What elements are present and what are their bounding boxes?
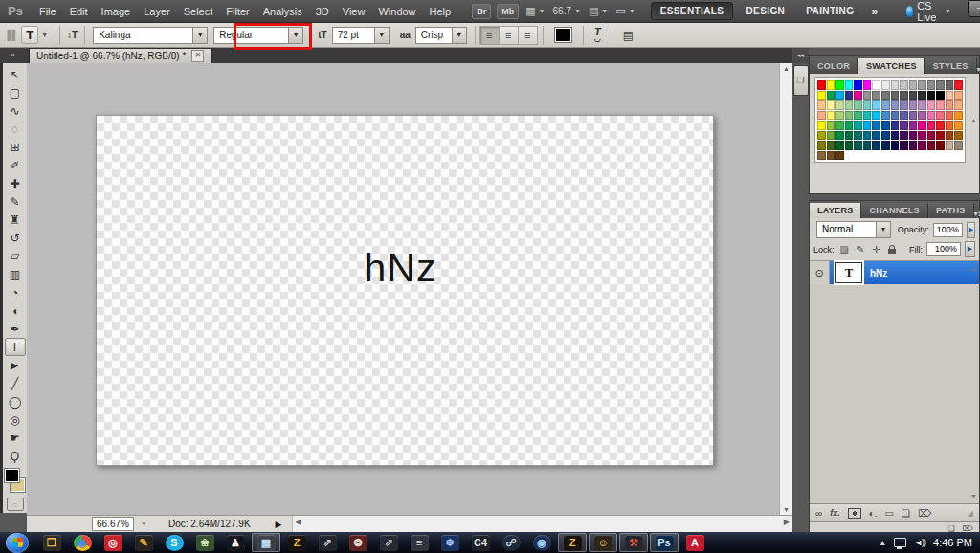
taskbar-art-game[interactable]: ❂ [344, 533, 372, 552]
swatch-38[interactable] [872, 100, 880, 110]
swatch-20[interactable] [854, 91, 862, 100]
swatch-98[interactable] [835, 141, 844, 150]
swatch-33[interactable] [827, 100, 835, 110]
swatch-106[interactable] [909, 141, 918, 150]
view-extras-dropdown[interactable]: ▤ ▼ [589, 5, 608, 17]
swatch-67[interactable] [845, 121, 854, 130]
swatch-70[interactable] [872, 121, 880, 130]
panel-menu-icon[interactable]: ▾≣ [974, 206, 980, 218]
quick-selection-tool[interactable]: ◌ [5, 120, 26, 138]
menu-analysis[interactable]: Analysis [256, 0, 309, 22]
toggle-character-panel-button[interactable]: ▤ [623, 29, 634, 42]
swatch-87[interactable] [881, 131, 890, 141]
taskbar-steam[interactable]: ☍ [497, 533, 525, 552]
3d-object-rotate-tool[interactable]: ◯ [5, 392, 26, 410]
swatch-41[interactable] [900, 100, 908, 110]
menu-view[interactable]: View [336, 0, 372, 22]
swatch-83[interactable] [845, 131, 854, 141]
swatch-7[interactable] [881, 80, 890, 90]
foreground-color-chip[interactable] [5, 469, 19, 482]
swatch-32[interactable] [817, 100, 826, 110]
swatch-101[interactable] [863, 141, 872, 150]
swatch-97[interactable] [827, 141, 835, 150]
blur-tool[interactable]: ◔ [5, 283, 26, 301]
tool-preset-icon[interactable]: T [21, 26, 38, 44]
swatch-35[interactable] [845, 100, 854, 110]
swatch-102[interactable] [872, 141, 880, 150]
swatch-80[interactable] [817, 131, 826, 141]
document-tab[interactable]: Untitled-1 @ 66.7% (hNz, RGB/8) * ✕ [29, 48, 212, 63]
screen-mode-dropdown[interactable]: ▭ ▼ [615, 5, 635, 17]
swatch-55[interactable] [881, 111, 890, 121]
eyedropper-tool[interactable]: ✐ [5, 156, 26, 174]
swatch-34[interactable] [835, 100, 844, 110]
eraser-tool[interactable]: ▱ [5, 247, 26, 265]
scroll-up-icon[interactable]: ▲ [780, 65, 792, 72]
taskbar-blue-puzzle-app[interactable]: ❄ [435, 533, 464, 552]
menu-filter[interactable]: Filter [219, 0, 256, 22]
taskbar-explorer[interactable]: ❒ [37, 533, 66, 552]
taskbar-racing-game[interactable]: ⇗ [313, 533, 342, 552]
network-icon[interactable] [894, 538, 906, 547]
swatch-19[interactable] [845, 91, 854, 100]
canvas-type-layer-text[interactable]: hNz [365, 245, 437, 290]
cs-live-button[interactable]: CS Live ▼ [906, 0, 951, 23]
new-layer-icon[interactable]: ❏ [902, 508, 910, 519]
horizontal-scrollbar[interactable]: ◀ ▶ [292, 516, 793, 532]
swatch-85[interactable] [863, 131, 872, 141]
taskbar-nfs-app[interactable]: ≡ [405, 533, 434, 552]
swatch-21[interactable] [863, 91, 872, 100]
swatch-54[interactable] [872, 111, 880, 121]
swatch-25[interactable] [900, 91, 908, 100]
swatch-64[interactable] [817, 121, 826, 130]
panel-menu-icon[interactable]: ▾≣ [977, 61, 980, 74]
zoom-level-dropdown[interactable]: 66.7 ▼ [553, 6, 581, 16]
swatch-93[interactable] [936, 131, 945, 141]
scroll-right-icon[interactable]: ▶ [784, 518, 790, 526]
swatch-28[interactable] [927, 91, 936, 100]
swatch-30[interactable] [946, 91, 954, 100]
swatch-84[interactable] [854, 131, 862, 141]
collapsed-panel-icon[interactable]: ❐ [793, 65, 809, 96]
swatch-58[interactable] [909, 111, 918, 121]
layer-scroll-down-icon[interactable]: ▼ [970, 493, 977, 499]
hand-tool[interactable]: ☛ [5, 429, 26, 447]
crop-tool[interactable]: ⊞ [5, 138, 26, 156]
align-center-button[interactable]: ≡ [499, 26, 519, 45]
menu-3d[interactable]: 3D [309, 0, 336, 22]
text-color-swatch[interactable] [554, 27, 572, 43]
resize-grip-icon[interactable]: ◢ [968, 509, 973, 518]
swatch-9[interactable] [900, 80, 908, 90]
lock-all-icon[interactable] [888, 249, 896, 254]
tab-color[interactable]: COLOR [810, 58, 858, 74]
rectangular-marquee-tool[interactable]: ▢ [5, 83, 26, 101]
swatch-18[interactable] [835, 91, 844, 100]
swatch-90[interactable] [909, 131, 918, 141]
swatch-75[interactable] [918, 121, 926, 130]
taskbar-c4-app[interactable]: C4 [466, 533, 495, 552]
text-orientation-button[interactable]: ↕T [67, 30, 78, 40]
swatch-49[interactable] [827, 111, 835, 121]
swatch-65[interactable] [827, 121, 835, 130]
swatch-14[interactable] [946, 80, 954, 90]
lasso-tool[interactable]: ∿ [5, 101, 26, 120]
swatch-105[interactable] [900, 141, 908, 150]
swatch-82[interactable] [835, 131, 844, 141]
swatch-42[interactable] [909, 100, 918, 110]
swatch-43[interactable] [918, 100, 926, 110]
menu-image[interactable]: Image [95, 0, 138, 22]
layer-scroll-up-icon[interactable]: ▲ [970, 265, 977, 272]
font-family-select[interactable]: Kalinga ▼ [93, 27, 208, 44]
swatch-6[interactable] [872, 80, 880, 90]
taskbar-racing-game-2[interactable]: ⇗ [374, 533, 403, 552]
swatch-61[interactable] [936, 111, 945, 121]
swatch-62[interactable] [946, 111, 954, 121]
taskbar-tools-app[interactable]: ⚒ [619, 533, 648, 552]
swatch-5[interactable] [863, 80, 872, 90]
swatch-109[interactable] [936, 141, 945, 150]
font-size-select[interactable]: 72 pt ▼ [332, 27, 390, 44]
swatch-63[interactable] [954, 111, 963, 121]
add-layer-mask-icon[interactable] [848, 508, 861, 519]
delete-layer-icon[interactable]: ⌦ [918, 508, 931, 519]
start-button[interactable] [6, 533, 29, 553]
